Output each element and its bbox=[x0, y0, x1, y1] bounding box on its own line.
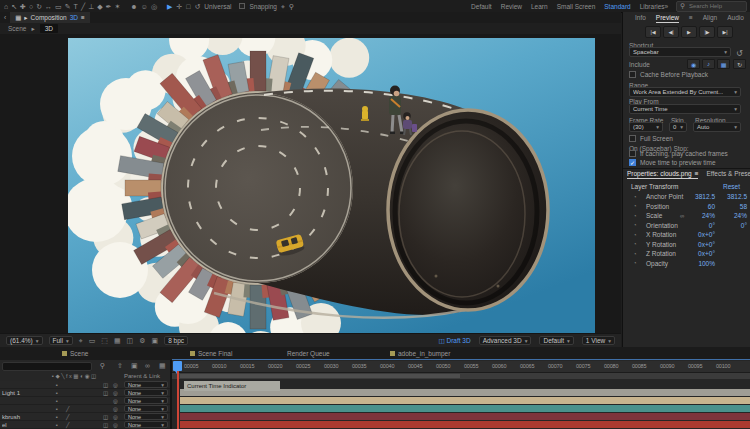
layer-duration-bar[interactable] bbox=[180, 413, 750, 420]
skip-dropdown[interactable]: 0▾ bbox=[669, 122, 687, 132]
tab-composition[interactable]: ▦ ▸ Composition 3D ≡ bbox=[10, 12, 90, 23]
play-from-dropdown[interactable]: Current Time▾ bbox=[629, 104, 741, 114]
breadcrumb-parent[interactable]: Scene bbox=[8, 25, 26, 32]
puppet-pin-tool-icon[interactable]: ☺ bbox=[141, 1, 148, 12]
workspace-overflow-icon[interactable]: » bbox=[665, 3, 669, 10]
panel-menu-icon[interactable]: ≡ bbox=[81, 14, 85, 21]
color-depth-button[interactable]: 8 bpc bbox=[164, 336, 188, 345]
property-value[interactable]: 58 bbox=[719, 203, 747, 210]
stopwatch-icon[interactable]: ◔ bbox=[633, 194, 637, 200]
layer-duration-bar[interactable] bbox=[180, 397, 750, 404]
property-value[interactable]: 0° bbox=[687, 222, 715, 229]
search-input[interactable] bbox=[687, 2, 743, 10]
property-value[interactable]: 100% bbox=[687, 260, 715, 267]
transparency-grid-icon[interactable]: ▦ bbox=[114, 337, 121, 345]
mask-tool-icon[interactable]: ◆ bbox=[97, 1, 102, 12]
breadcrumb-current[interactable]: 3D bbox=[40, 24, 58, 33]
view-layout-dropdown[interactable]: Default▾ bbox=[539, 336, 573, 345]
last-frame-button[interactable]: ▶| bbox=[717, 26, 733, 38]
loop-icon[interactable]: ↻ bbox=[733, 59, 746, 69]
reset-icon[interactable]: ↺ bbox=[736, 49, 743, 58]
channel-icon[interactable]: ⚙ bbox=[139, 337, 145, 345]
puppet-tool-icon[interactable]: ✶ bbox=[114, 1, 120, 12]
active-selection-tool-icon[interactable]: ▶ bbox=[167, 1, 172, 12]
shape-tool-icon[interactable]: ▭ bbox=[55, 1, 62, 12]
tab-properties[interactable]: Properties: clouds.png≡ bbox=[627, 170, 698, 179]
property-value[interactable]: 0x+0° bbox=[687, 241, 715, 248]
link-icon[interactable]: ∞ bbox=[680, 213, 684, 219]
axis-tool-icon[interactable]: ⊥ bbox=[88, 1, 94, 12]
tab-align[interactable]: Align bbox=[703, 14, 717, 23]
resolution-dropdown[interactable]: Full▾ bbox=[49, 336, 73, 345]
mask-visibility-icon[interactable]: ▭ bbox=[89, 337, 96, 345]
frame-rate-dropdown[interactable]: (30)▾ bbox=[629, 122, 663, 132]
play-button[interactable]: ▶ bbox=[681, 26, 697, 38]
shortcut-dropdown[interactable]: Spacebar▾ bbox=[629, 47, 731, 57]
workspace-tab-review[interactable]: Review bbox=[501, 3, 522, 10]
cache-play-checkbox[interactable] bbox=[629, 150, 636, 157]
magnify-icon[interactable]: ⚲ bbox=[289, 1, 294, 12]
roto-brush-tool-icon[interactable]: ☻ bbox=[130, 1, 137, 12]
full-screen-checkbox[interactable] bbox=[629, 135, 636, 142]
stopwatch-icon[interactable]: ◔ bbox=[633, 232, 637, 238]
pan-camera-tool-icon[interactable]: ↔ bbox=[45, 1, 52, 12]
range-dropdown[interactable]: Work Area Extended By Current...▾ bbox=[629, 87, 741, 97]
zoom-level-dropdown[interactable]: (61.4%)▾ bbox=[6, 336, 43, 345]
stopwatch-icon[interactable]: ◔ bbox=[633, 241, 637, 247]
pen-tool-icon[interactable]: ✎ bbox=[65, 1, 71, 12]
camera-icon[interactable]: ▣ bbox=[152, 337, 159, 345]
renderer-dropdown[interactable]: Advanced 3D▾ bbox=[479, 336, 532, 345]
property-value[interactable]: 24% bbox=[687, 212, 715, 219]
hand-tool-icon[interactable]: ✚ bbox=[20, 1, 26, 12]
type-tool-icon[interactable]: T bbox=[74, 1, 78, 12]
tab-preview[interactable]: Preview bbox=[656, 14, 679, 23]
workspace-tab-learn[interactable]: Learn bbox=[531, 3, 548, 10]
reset-button[interactable]: Reset bbox=[723, 183, 740, 190]
snap-options-icon[interactable]: ⌖ bbox=[281, 1, 285, 12]
gizmo-mode-label[interactable]: Universal bbox=[204, 3, 231, 10]
gizmo-rotate-icon[interactable]: ↺ bbox=[194, 1, 200, 12]
property-value[interactable]: 3812.5 bbox=[719, 193, 747, 200]
move-time-checkbox[interactable]: ✓ bbox=[629, 159, 636, 166]
stopwatch-icon[interactable]: ◔ bbox=[633, 213, 637, 219]
region-of-interest-icon[interactable]: ⬚ bbox=[101, 337, 108, 345]
orbit-camera-tool-icon[interactable]: ↻ bbox=[36, 1, 42, 12]
zoom-tool-icon[interactable]: ○ bbox=[29, 1, 33, 12]
resolution-value-dropdown[interactable]: Auto▾ bbox=[693, 122, 741, 132]
property-value[interactable]: 24% bbox=[719, 212, 747, 219]
panel-menu-icon[interactable]: ≡ bbox=[689, 14, 693, 23]
property-value[interactable]: 60 bbox=[687, 203, 715, 210]
property-value[interactable]: 3812.5 bbox=[687, 193, 715, 200]
property-value[interactable]: 0° bbox=[719, 222, 747, 229]
current-time-indicator-handle[interactable] bbox=[173, 361, 182, 371]
stopwatch-icon[interactable]: ◔ bbox=[633, 203, 637, 209]
layer-duration-bar[interactable] bbox=[180, 421, 750, 428]
tab-effects-presets[interactable]: Effects & Prese bbox=[706, 170, 750, 179]
composition-viewport[interactable] bbox=[0, 34, 621, 333]
stopwatch-icon[interactable]: ◔ bbox=[633, 222, 637, 228]
tab-audio[interactable]: Audio bbox=[727, 14, 744, 23]
help-search-box[interactable]: ⚲ bbox=[676, 1, 747, 12]
brush-tool-icon[interactable]: ✒ bbox=[106, 1, 112, 12]
back-icon[interactable]: ‹ bbox=[4, 14, 6, 21]
next-frame-button[interactable]: |▶ bbox=[699, 26, 715, 38]
tab-info[interactable]: Info bbox=[635, 14, 646, 23]
workspace-tab-libraries[interactable]: Libraries bbox=[640, 3, 665, 10]
draft-3d-toggle[interactable]: ◫ Draft 3D bbox=[438, 337, 470, 345]
stopwatch-icon[interactable]: ◔ bbox=[633, 251, 637, 257]
include-audio-icon[interactable]: ♪ bbox=[702, 59, 715, 69]
workspace-tab-small-screen[interactable]: Small Screen bbox=[557, 3, 596, 10]
previous-frame-button[interactable]: ◀| bbox=[663, 26, 679, 38]
include-overlays-icon[interactable]: ▦ bbox=[717, 59, 730, 69]
first-frame-button[interactable]: |◀ bbox=[645, 26, 661, 38]
selection-tool-icon[interactable]: ↖ bbox=[11, 1, 17, 12]
ruler-icon[interactable]: ⌖ bbox=[79, 337, 83, 345]
home-icon[interactable]: ⌂ bbox=[4, 1, 8, 12]
property-value[interactable]: 0x+0° bbox=[687, 231, 715, 238]
tracker-tool-icon[interactable]: ◎ bbox=[151, 1, 157, 12]
property-value[interactable]: 0x+0° bbox=[687, 250, 715, 257]
cache-before-playback-checkbox[interactable] bbox=[629, 71, 636, 78]
layer-duration-bar[interactable] bbox=[180, 405, 750, 412]
include-video-icon[interactable]: ◉ bbox=[687, 59, 700, 69]
workspace-tab-default[interactable]: Default bbox=[471, 3, 492, 10]
